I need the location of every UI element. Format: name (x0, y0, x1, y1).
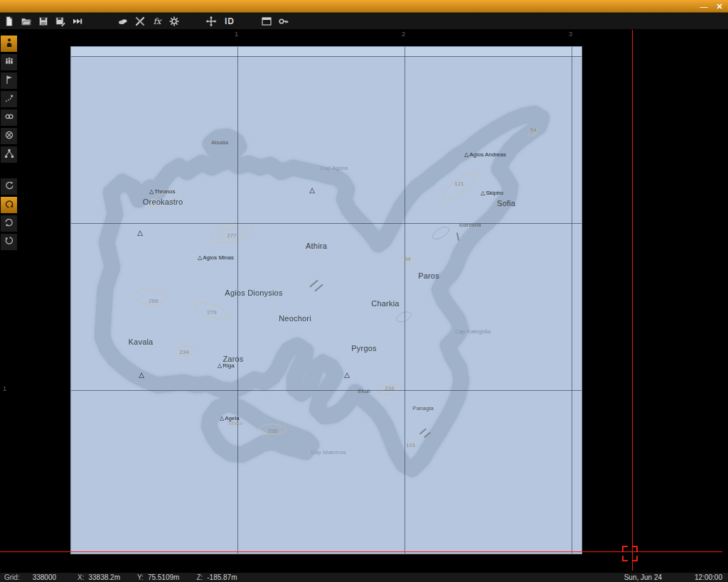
save-as-button[interactable] (53, 14, 68, 28)
intel-cloud-icon (117, 16, 129, 27)
peak-icon: △ (139, 372, 144, 379)
marker-icon (4, 130, 14, 143)
map-canvas[interactable]: AtsaliaCap Agrios△Agios Andreas△SkiptroS… (70, 46, 582, 554)
map-label-ekali: Ekali (358, 388, 370, 394)
module-tool-button[interactable] (1, 146, 17, 163)
gear-icon (168, 16, 180, 27)
time-display: 12:00:00 (695, 573, 722, 581)
grid-line (71, 56, 582, 57)
orbit-tool-2-button[interactable] (1, 197, 17, 213)
peak-icon: △ (149, 188, 154, 194)
map-label-paros: Paros (418, 271, 439, 280)
map-label-255: 255 (268, 428, 277, 434)
flag-icon (4, 75, 14, 87)
orbit-tool-3-button[interactable] (1, 215, 17, 232)
x-value: 33838.2m (89, 573, 120, 581)
z-label: Z: (196, 573, 203, 581)
center-view-button[interactable] (203, 14, 219, 28)
fx-icon: fx (153, 16, 161, 26)
id-icon: ID (225, 16, 235, 26)
effects-button[interactable]: fx (149, 14, 165, 28)
map-label-agios-minas: △Agios Minas (198, 254, 234, 261)
map-label-94: 94 (405, 256, 411, 262)
new-file-icon (4, 16, 15, 27)
map-label-cap-makrinos: Cap Makrinos (311, 449, 346, 456)
orbit-tool-1-button[interactable] (1, 178, 17, 195)
save-button[interactable] (36, 14, 51, 28)
close-button[interactable]: ✕ (714, 1, 724, 11)
intel-button[interactable] (115, 14, 131, 28)
orbit-tool-4-button[interactable] (1, 234, 17, 250)
grid-number: 3 (569, 31, 572, 38)
map-label-agios-dionysios: Agios Dionysios (225, 289, 282, 297)
map-label-panagia: Panagia (412, 405, 433, 411)
show-ids-button[interactable]: ID (220, 14, 239, 28)
map-label-pyrgos: Pyrgos (351, 344, 376, 352)
map-label-101: 101 (406, 442, 415, 448)
minimize-button[interactable]: — (699, 1, 709, 11)
grid-line (71, 390, 582, 391)
grid-line (405, 47, 405, 554)
map-viewport[interactable]: AtsaliaCap Agrios△Agios Andreas△SkiptroS… (0, 30, 728, 572)
peak-icon: △ (137, 230, 143, 237)
rotate-arc-icon (4, 236, 14, 249)
map-label-kavala: Kavala (129, 338, 154, 346)
unit-tool-button[interactable] (1, 36, 17, 52)
grid-value: 338000 (33, 573, 56, 581)
four-arrows-icon (205, 16, 217, 27)
map-label-266: 266 (149, 298, 158, 304)
map-label-ioannina: Ioannina (459, 222, 481, 228)
synchronize-tool-button[interactable] (1, 109, 17, 126)
side-toolbar (0, 36, 18, 250)
panel-icon (261, 16, 272, 27)
map-label-athira: Athira (306, 242, 327, 250)
marker-tool-button[interactable] (1, 128, 17, 144)
new-file-button[interactable] (1, 14, 17, 28)
map-label-riga: △Riga (218, 362, 235, 369)
map-label-cap-kategidia: Cap Kategidia (455, 328, 491, 335)
waypoint-tool-button[interactable] (1, 91, 17, 107)
save-icon (38, 16, 49, 27)
map-label-sfaka: Sfaka (228, 420, 242, 426)
grid-line (71, 223, 582, 224)
rotate-arc-icon (4, 180, 14, 193)
map-label-54: 54 (530, 126, 537, 133)
map-label-oreokastro: Oreokastro (143, 198, 183, 206)
map-label-216: 216 (385, 385, 394, 392)
y-label: Y: (137, 573, 144, 581)
selection-cursor (622, 546, 638, 561)
open-file-button[interactable] (18, 14, 34, 28)
merge-button[interactable] (70, 14, 85, 28)
map-label-neochori: Neochori (279, 314, 311, 323)
tools-button[interactable] (132, 14, 148, 28)
texture-panel-button[interactable] (259, 14, 274, 28)
settings-button[interactable] (166, 14, 182, 28)
person-icon (4, 38, 14, 50)
island-terrain (71, 47, 582, 554)
peak-icon: △ (220, 415, 224, 421)
grid-number: 1 (3, 385, 6, 392)
peak-icon: △ (309, 187, 315, 194)
peak-icon: △ (218, 362, 222, 368)
map-label-thronos: △Thronos (149, 188, 176, 195)
rotate-arc-icon (4, 199, 14, 212)
peak-icon: △ (464, 151, 469, 157)
link-icon (4, 112, 14, 124)
peak-icon: △ (344, 372, 350, 379)
trigger-tool-button[interactable] (1, 72, 17, 89)
grid-line (237, 47, 238, 554)
save-as-icon (55, 16, 66, 27)
merge-arrow-icon (72, 16, 83, 27)
grid-label: Grid: (4, 573, 20, 581)
map-label-skiptro: △Skiptro (481, 190, 503, 196)
key-icon (278, 16, 289, 27)
group-tool-button[interactable] (1, 54, 17, 70)
tools-icon (134, 16, 146, 27)
map-label-cap-agrios: Cap Agrios (320, 165, 348, 171)
map-label-charkia: Charkia (371, 299, 399, 308)
key-tool-button[interactable] (276, 14, 291, 28)
crosshair-horizontal-line (0, 551, 722, 552)
z-value: -185.87m (207, 573, 237, 581)
date-display: Sun, Jun 24 (624, 573, 662, 581)
map-label-234: 234 (179, 349, 188, 355)
